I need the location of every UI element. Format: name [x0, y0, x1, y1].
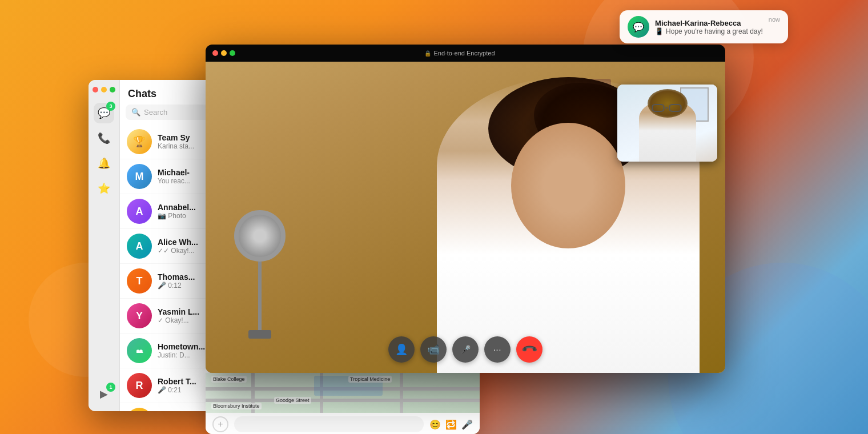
more-options-button[interactable]: ···: [484, 336, 511, 363]
more-icon: ···: [493, 345, 502, 354]
notification-wa-icon: 💬: [633, 22, 644, 33]
chat-input-bar: + 😊 🔁 🎤: [206, 413, 480, 434]
video-min-btn[interactable]: [221, 50, 227, 56]
map-road-v3: [400, 373, 403, 413]
pip-glasses: [652, 103, 683, 113]
chats-badge: 3: [106, 102, 115, 111]
minimize-button[interactable]: [101, 87, 107, 93]
notification-popup[interactable]: 💬 Michael-Karina-Rebecca 📱 Hope you're h…: [620, 10, 788, 43]
mic-icon: 🎤: [461, 345, 471, 354]
map-label-bloomsbury: Bloomsbury Institute: [211, 403, 262, 409]
map-label-tropical: Tropical Medicine: [348, 376, 392, 383]
sidebar-item-starred[interactable]: ⭐: [94, 178, 114, 199]
video-max-btn[interactable]: [230, 50, 235, 56]
lock-icon: 🔒: [424, 50, 431, 57]
notification-wa-emoji: 📱: [655, 27, 664, 35]
close-button[interactable]: [93, 87, 98, 93]
sidebar-item-status[interactable]: 🔔: [94, 153, 114, 174]
star-icon: ⭐: [98, 182, 110, 195]
chat-area-below: Blake College Tropical Medicine Goodge S…: [206, 373, 480, 434]
video-icon: 📹: [427, 343, 440, 356]
plus-icon: +: [218, 419, 223, 429]
call-controls: 👤 📹 🎤 ··· 📞: [388, 336, 542, 363]
message-input[interactable]: [234, 416, 424, 432]
window-controls: [93, 87, 115, 93]
map-view: Blake College Tropical Medicine Goodge S…: [206, 373, 480, 413]
chat-action-icons: 😊 🔁 🎤: [429, 419, 473, 430]
pip-self-view[interactable]: [617, 85, 717, 162]
pip-video-content: [617, 85, 717, 162]
notification-sender: Michael-Karina-Rebecca: [655, 19, 763, 27]
sidebar: 💬 3 📞 🔔 ⭐ ▶ 1: [89, 80, 120, 411]
thomas-avatar: T: [127, 268, 152, 294]
hometown-avatar: 🏘: [127, 338, 152, 363]
video-close-btn[interactable]: [212, 50, 218, 56]
phone-icon: 📞: [98, 132, 110, 144]
michael-avatar: M: [127, 164, 152, 189]
map-road-h2: [206, 399, 480, 402]
jasper-avatar: 🛒: [127, 408, 152, 411]
yasmin-avatar: Y: [127, 303, 152, 328]
end-call-icon: 📞: [520, 340, 538, 358]
end-call-button[interactable]: 📞: [516, 336, 542, 363]
alice-avatar: A: [127, 234, 152, 259]
emoji-button[interactable]: 😊: [429, 419, 441, 430]
sidebar-item-updates[interactable]: ▶ 1: [94, 384, 114, 404]
participants-button[interactable]: 👤: [388, 336, 415, 363]
search-icon: 🔍: [131, 108, 140, 116]
pip-background: [617, 85, 717, 162]
search-placeholder: Search: [144, 108, 167, 116]
mute-button[interactable]: 🎤: [452, 336, 479, 363]
sticker-button[interactable]: 🔁: [445, 419, 457, 430]
video-toggle-button[interactable]: 📹: [420, 336, 447, 363]
video-call-window: 🔒 End-to-end Encrypted: [206, 45, 725, 373]
sidebar-item-chats[interactable]: 💬 3: [94, 103, 114, 123]
notification-content: Michael-Karina-Rebecca 📱 Hope you're hav…: [655, 19, 763, 35]
map-label-blake: Blake College: [211, 376, 247, 383]
notification-message: 📱 Hope you're having a great day!: [655, 27, 763, 35]
main-video-feed: 👤 📹 🎤 ··· 📞: [206, 62, 725, 373]
sidebar-item-calls[interactable]: 📞: [94, 128, 114, 148]
team-sy-avatar: 🏆: [127, 129, 152, 154]
notification-time: now: [769, 16, 780, 23]
add-attachment-button[interactable]: +: [212, 416, 228, 432]
encryption-text: End-to-end Encrypted: [433, 50, 495, 57]
fan: [234, 210, 286, 339]
map-label-goodge: Goodge Street: [274, 397, 311, 404]
video-window-controls: [212, 50, 235, 56]
updates-badge: 1: [106, 383, 115, 392]
encryption-label: 🔒 End-to-end Encrypted: [424, 50, 495, 57]
notification-avatar: 💬: [628, 16, 649, 38]
robert-avatar: R: [127, 373, 152, 398]
participants-icon: 👤: [395, 343, 408, 356]
annabel-avatar: A: [127, 199, 152, 224]
video-title-bar: 🔒 End-to-end Encrypted: [206, 45, 725, 62]
mic-button[interactable]: 🎤: [461, 419, 473, 430]
maximize-button[interactable]: [110, 87, 115, 93]
status-icon: 🔔: [98, 157, 110, 170]
